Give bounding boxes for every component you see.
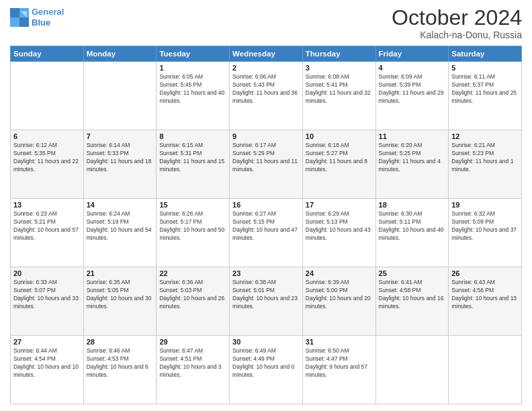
svg-rect-2	[10, 17, 19, 27]
calendar-cell: 28Sunrise: 6:46 AM Sunset: 4:53 PM Dayli…	[83, 336, 157, 404]
calendar-cell: 24Sunrise: 6:39 AM Sunset: 5:00 PM Dayli…	[302, 267, 375, 336]
col-thursday: Thursday	[302, 46, 375, 62]
day-info: Sunrise: 6:06 AM Sunset: 5:43 PM Dayligh…	[232, 73, 300, 105]
day-info: Sunrise: 6:47 AM Sunset: 4:51 PM Dayligh…	[159, 347, 226, 379]
day-info: Sunrise: 6:21 AM Sunset: 5:23 PM Dayligh…	[451, 142, 519, 174]
calendar-cell: 1Sunrise: 6:05 AM Sunset: 5:45 PM Daylig…	[157, 62, 230, 130]
month-title: October 2024	[392, 7, 522, 28]
day-info: Sunrise: 6:49 AM Sunset: 4:49 PM Dayligh…	[232, 347, 300, 379]
day-number: 30	[232, 338, 300, 346]
day-info: Sunrise: 6:23 AM Sunset: 5:21 PM Dayligh…	[13, 210, 81, 242]
logo: General Blue	[10, 7, 64, 28]
calendar-cell: 4Sunrise: 6:09 AM Sunset: 5:39 PM Daylig…	[375, 62, 449, 130]
calendar-cell: 5Sunrise: 6:11 AM Sunset: 5:37 PM Daylig…	[449, 62, 522, 130]
day-info: Sunrise: 6:43 AM Sunset: 4:56 PM Dayligh…	[451, 279, 519, 311]
day-number: 15	[159, 201, 226, 209]
day-info: Sunrise: 6:17 AM Sunset: 5:29 PM Dayligh…	[232, 142, 300, 174]
day-info: Sunrise: 6:32 AM Sunset: 5:09 PM Dayligh…	[451, 210, 519, 242]
calendar-cell: 19Sunrise: 6:32 AM Sunset: 5:09 PM Dayli…	[449, 199, 522, 267]
calendar-week-1: 6Sunrise: 6:12 AM Sunset: 5:35 PM Daylig…	[11, 130, 522, 199]
day-number: 24	[306, 269, 373, 277]
day-info: Sunrise: 6:14 AM Sunset: 5:33 PM Dayligh…	[87, 142, 154, 174]
header: General Blue October 2024 Kalach-na-Donu…	[10, 7, 522, 40]
day-number: 18	[379, 201, 446, 209]
day-number: 22	[159, 269, 226, 277]
page: General Blue October 2024 Kalach-na-Donu…	[0, 0, 532, 411]
day-info: Sunrise: 6:12 AM Sunset: 5:35 PM Dayligh…	[13, 142, 81, 174]
day-number: 9	[232, 132, 300, 140]
calendar-cell: 23Sunrise: 6:38 AM Sunset: 5:01 PM Dayli…	[230, 267, 303, 336]
day-number: 25	[379, 269, 446, 277]
day-info: Sunrise: 6:44 AM Sunset: 4:54 PM Dayligh…	[13, 347, 81, 379]
calendar-cell: 18Sunrise: 6:30 AM Sunset: 5:11 PM Dayli…	[375, 199, 449, 267]
day-number: 7	[87, 132, 154, 140]
day-number: 6	[13, 132, 81, 140]
day-number: 13	[13, 201, 81, 209]
calendar-cell: 9Sunrise: 6:17 AM Sunset: 5:29 PM Daylig…	[230, 130, 303, 199]
day-info: Sunrise: 6:29 AM Sunset: 5:13 PM Dayligh…	[306, 210, 373, 242]
calendar-cell: 16Sunrise: 6:27 AM Sunset: 5:15 PM Dayli…	[230, 199, 303, 267]
calendar-cell: 7Sunrise: 6:14 AM Sunset: 5:33 PM Daylig…	[83, 130, 157, 199]
calendar-cell: 27Sunrise: 6:44 AM Sunset: 4:54 PM Dayli…	[11, 336, 84, 404]
calendar-cell: 29Sunrise: 6:47 AM Sunset: 4:51 PM Dayli…	[157, 336, 230, 404]
day-number: 19	[451, 201, 519, 209]
calendar-cell: 26Sunrise: 6:43 AM Sunset: 4:56 PM Dayli…	[449, 267, 522, 336]
day-number: 12	[451, 132, 519, 140]
calendar-week-4: 27Sunrise: 6:44 AM Sunset: 4:54 PM Dayli…	[11, 336, 522, 404]
day-number: 20	[13, 269, 81, 277]
day-number: 11	[379, 132, 446, 140]
calendar-week-0: 1Sunrise: 6:05 AM Sunset: 5:45 PM Daylig…	[11, 62, 522, 130]
day-info: Sunrise: 6:20 AM Sunset: 5:25 PM Dayligh…	[379, 142, 446, 174]
calendar-cell	[83, 62, 157, 130]
calendar-cell: 11Sunrise: 6:20 AM Sunset: 5:25 PM Dayli…	[375, 130, 449, 199]
calendar-cell: 21Sunrise: 6:35 AM Sunset: 5:05 PM Dayli…	[83, 267, 157, 336]
day-info: Sunrise: 6:35 AM Sunset: 5:05 PM Dayligh…	[87, 279, 154, 311]
calendar-cell	[449, 336, 522, 404]
calendar-cell: 14Sunrise: 6:24 AM Sunset: 5:19 PM Dayli…	[83, 199, 157, 267]
day-info: Sunrise: 6:33 AM Sunset: 5:07 PM Dayligh…	[13, 279, 81, 311]
day-info: Sunrise: 6:30 AM Sunset: 5:11 PM Dayligh…	[379, 210, 446, 242]
col-sunday: Sunday	[11, 46, 84, 62]
day-info: Sunrise: 6:26 AM Sunset: 5:17 PM Dayligh…	[159, 210, 226, 242]
logo-icon	[10, 8, 29, 27]
calendar-cell: 8Sunrise: 6:15 AM Sunset: 5:31 PM Daylig…	[157, 130, 230, 199]
calendar-cell: 15Sunrise: 6:26 AM Sunset: 5:17 PM Dayli…	[157, 199, 230, 267]
day-number: 1	[159, 64, 226, 72]
calendar-cell: 12Sunrise: 6:21 AM Sunset: 5:23 PM Dayli…	[449, 130, 522, 199]
day-info: Sunrise: 6:41 AM Sunset: 4:58 PM Dayligh…	[379, 279, 446, 311]
title-block: October 2024 Kalach-na-Donu, Russia	[392, 7, 522, 40]
calendar-cell: 31Sunrise: 6:50 AM Sunset: 4:47 PM Dayli…	[302, 336, 375, 404]
day-info: Sunrise: 6:36 AM Sunset: 5:03 PM Dayligh…	[159, 279, 226, 311]
day-info: Sunrise: 6:15 AM Sunset: 5:31 PM Dayligh…	[159, 142, 226, 174]
day-number: 28	[87, 338, 154, 346]
day-info: Sunrise: 6:24 AM Sunset: 5:19 PM Dayligh…	[87, 210, 154, 242]
col-wednesday: Wednesday	[230, 46, 303, 62]
logo-text: General Blue	[32, 7, 64, 28]
day-number: 5	[451, 64, 519, 72]
calendar-cell	[375, 336, 449, 404]
day-number: 17	[306, 201, 373, 209]
day-number: 8	[159, 132, 226, 140]
location: Kalach-na-Donu, Russia	[392, 30, 522, 40]
day-info: Sunrise: 6:50 AM Sunset: 4:47 PM Dayligh…	[306, 347, 373, 379]
day-info: Sunrise: 6:05 AM Sunset: 5:45 PM Dayligh…	[159, 73, 226, 105]
calendar-cell: 3Sunrise: 6:08 AM Sunset: 5:41 PM Daylig…	[302, 62, 375, 130]
day-number: 29	[159, 338, 226, 346]
calendar-cell: 30Sunrise: 6:49 AM Sunset: 4:49 PM Dayli…	[230, 336, 303, 404]
day-info: Sunrise: 6:18 AM Sunset: 5:27 PM Dayligh…	[306, 142, 373, 174]
day-number: 16	[232, 201, 300, 209]
day-number: 26	[451, 269, 519, 277]
svg-rect-3	[19, 17, 29, 27]
day-info: Sunrise: 6:08 AM Sunset: 5:41 PM Dayligh…	[306, 73, 373, 105]
day-info: Sunrise: 6:27 AM Sunset: 5:15 PM Dayligh…	[232, 210, 300, 242]
svg-rect-0	[10, 8, 19, 17]
calendar-week-2: 13Sunrise: 6:23 AM Sunset: 5:21 PM Dayli…	[11, 199, 522, 267]
calendar-cell: 22Sunrise: 6:36 AM Sunset: 5:03 PM Dayli…	[157, 267, 230, 336]
day-number: 23	[232, 269, 300, 277]
day-number: 3	[306, 64, 373, 72]
calendar-cell: 2Sunrise: 6:06 AM Sunset: 5:43 PM Daylig…	[230, 62, 303, 130]
calendar-cell: 17Sunrise: 6:29 AM Sunset: 5:13 PM Dayli…	[302, 199, 375, 267]
calendar-cell: 10Sunrise: 6:18 AM Sunset: 5:27 PM Dayli…	[302, 130, 375, 199]
col-saturday: Saturday	[449, 46, 522, 62]
calendar-week-3: 20Sunrise: 6:33 AM Sunset: 5:07 PM Dayli…	[11, 267, 522, 336]
